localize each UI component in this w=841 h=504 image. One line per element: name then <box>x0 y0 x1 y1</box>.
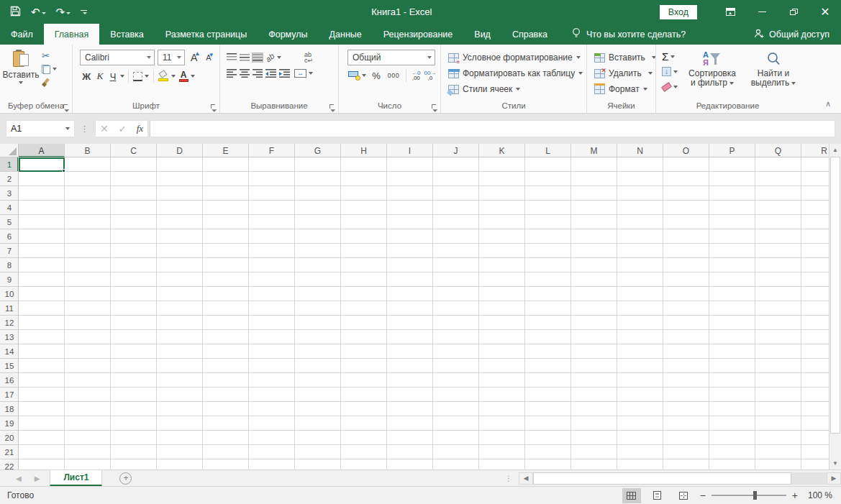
insert-cells-button[interactable]: Вставить <box>594 51 656 64</box>
horizontal-scrollbar[interactable]: ◀ ▶ <box>519 470 841 486</box>
underline-caret-icon[interactable] <box>120 75 124 78</box>
row-header-12[interactable]: 12 <box>0 316 19 330</box>
horizontal-scroll-thumb[interactable] <box>533 472 791 485</box>
zoom-slider[interactable] <box>712 495 786 496</box>
font-color-button[interactable]: А <box>178 70 196 83</box>
alignment-dialog-launcher[interactable] <box>329 104 336 111</box>
row-header-20[interactable]: 20 <box>0 431 19 445</box>
save-icon[interactable] <box>10 6 21 19</box>
collapse-ribbon-icon[interactable]: ∧ <box>825 99 831 109</box>
copy-button[interactable] <box>42 63 57 75</box>
row-header-6[interactable]: 6 <box>0 229 19 244</box>
row-header-11[interactable]: 11 <box>0 301 19 316</box>
underline-button[interactable]: Ч <box>107 69 119 83</box>
row-header-2[interactable]: 2 <box>0 172 19 186</box>
row-header-8[interactable]: 8 <box>0 258 19 272</box>
sign-in-button[interactable]: Вход <box>660 5 697 19</box>
tab-data[interactable]: Данные <box>319 24 373 45</box>
customize-qat-button[interactable] <box>81 10 87 14</box>
scroll-up-icon[interactable]: ▲ <box>829 144 841 156</box>
select-all-corner[interactable] <box>0 144 19 157</box>
vertical-scrollbar[interactable]: ▲ ▼ <box>829 144 841 469</box>
confirm-entry-icon[interactable]: ✓ <box>119 124 127 134</box>
column-header-l[interactable]: L <box>525 144 571 157</box>
row-header-22[interactable]: 22 <box>0 459 19 469</box>
column-header-i[interactable]: I <box>387 144 433 157</box>
format-painter-button[interactable] <box>42 77 50 88</box>
align-left-button[interactable] <box>226 68 237 78</box>
number-format-combo[interactable]: Общий <box>347 50 435 65</box>
row-header-16[interactable]: 16 <box>0 373 19 388</box>
column-header-m[interactable]: M <box>571 144 617 157</box>
row-header-1[interactable]: 1 <box>0 157 19 172</box>
redo-caret-icon[interactable] <box>66 12 71 14</box>
clipboard-dialog-launcher[interactable] <box>63 104 70 111</box>
decrease-decimal-button[interactable]: 00→,0 <box>423 70 437 81</box>
selected-cell-a1[interactable] <box>19 157 65 172</box>
column-header-d[interactable]: D <box>157 144 203 157</box>
insert-function-icon[interactable]: fx <box>137 123 143 134</box>
normal-view-button[interactable] <box>622 488 641 503</box>
column-header-e[interactable]: E <box>203 144 249 157</box>
sort-filter-button[interactable]: АЯ Сортировка и фильтр <box>683 50 741 101</box>
tab-formulas[interactable]: Формулы <box>258 24 318 45</box>
align-middle-button[interactable] <box>239 52 250 63</box>
cell-styles-button[interactable]: Стили ячеек <box>448 83 583 96</box>
column-header-j[interactable]: J <box>433 144 479 157</box>
row-header-10[interactable]: 10 <box>0 287 19 301</box>
align-top-button[interactable] <box>226 52 237 63</box>
name-box[interactable]: A1 <box>6 120 75 137</box>
tab-page-layout[interactable]: Разметка страницы <box>155 24 258 45</box>
new-sheet-button[interactable]: + <box>119 472 132 485</box>
row-header-4[interactable]: 4 <box>0 201 19 215</box>
percent-style-button[interactable]: % <box>369 70 383 82</box>
increase-indent-button[interactable] <box>278 68 291 78</box>
ribbon-display-options-button[interactable] <box>714 0 746 24</box>
font-size-combo[interactable]: 11 <box>158 50 185 65</box>
scroll-right-icon[interactable]: ▶ <box>827 472 841 485</box>
close-button[interactable]: ✕ <box>809 0 841 24</box>
tabbar-splitter[interactable]: ⋮ <box>499 475 519 482</box>
name-box-caret-icon[interactable] <box>65 127 70 130</box>
column-header-k[interactable]: K <box>479 144 525 157</box>
format-as-table-button[interactable]: Форматировать как таблицу <box>448 67 583 80</box>
column-header-b[interactable]: B <box>65 144 111 157</box>
delete-cells-button[interactable]: Удалить <box>594 67 656 80</box>
zoom-out-icon[interactable]: − <box>700 492 706 499</box>
minimize-button[interactable] <box>746 0 778 24</box>
share-button[interactable]: Общий доступ <box>753 24 841 45</box>
clear-button[interactable] <box>662 81 678 93</box>
cells-area[interactable] <box>19 157 829 469</box>
column-header-c[interactable]: C <box>111 144 157 157</box>
format-cells-button[interactable]: Формат <box>594 83 656 96</box>
column-header-q[interactable]: Q <box>755 144 801 157</box>
page-layout-view-button[interactable] <box>648 488 667 503</box>
fill-handle[interactable] <box>62 169 65 173</box>
zoom-in-icon[interactable]: + <box>792 492 798 499</box>
row-header-15[interactable]: 15 <box>0 359 19 373</box>
next-sheet-icon[interactable]: ▶ <box>35 475 40 482</box>
tell-me-search[interactable]: Что вы хотите сделать? <box>571 24 686 45</box>
fill-color-button[interactable] <box>158 70 176 82</box>
column-header-f[interactable]: F <box>249 144 295 157</box>
row-header-19[interactable]: 19 <box>0 416 19 431</box>
find-select-button[interactable]: Найти и выделить <box>747 50 800 101</box>
redo-button[interactable]: ↷ <box>56 6 71 19</box>
bold-button[interactable]: Ж <box>80 69 93 83</box>
zoom-percentage[interactable]: 100 % <box>805 490 832 500</box>
row-header-18[interactable]: 18 <box>0 402 19 416</box>
row-header-3[interactable]: 3 <box>0 186 19 201</box>
vertical-scroll-thumb[interactable] <box>830 157 840 434</box>
restore-button[interactable] <box>778 0 809 24</box>
scroll-left-icon[interactable]: ◀ <box>519 472 533 485</box>
decrease-font-size-button[interactable]: А▼ <box>203 52 214 63</box>
tab-insert[interactable]: Вставка <box>99 24 154 45</box>
align-right-button[interactable] <box>252 68 263 78</box>
fill-button[interactable]: ↓ <box>662 65 678 78</box>
column-header-a[interactable]: A <box>19 144 65 157</box>
row-header-13[interactable]: 13 <box>0 330 19 344</box>
column-header-o[interactable]: O <box>663 144 709 157</box>
autosum-button[interactable]: Σ <box>662 50 678 63</box>
sheet-tab-list1[interactable]: Лист1 <box>50 470 102 486</box>
font-dialog-launcher[interactable] <box>210 104 217 111</box>
